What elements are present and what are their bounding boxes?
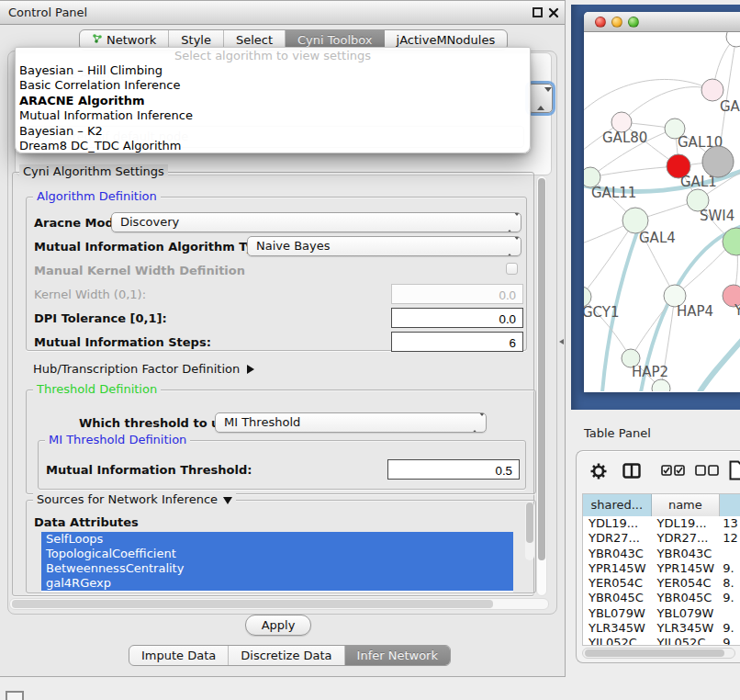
close-traffic-light-icon[interactable] <box>595 17 606 28</box>
unchecked-pair-icon[interactable] <box>695 465 719 479</box>
kernel-width-label: Kernel Width (0,1): <box>34 288 146 301</box>
table-cell: YBR045C <box>583 591 652 605</box>
column-header-name[interactable]: name <box>652 494 721 516</box>
dpi-tolerance-label: DPI Tolerance [0,1]: <box>34 311 167 325</box>
mi-threshold-definition-title: MI Threshold Definition <box>45 433 190 446</box>
network-node-bottom[interactable] <box>652 379 670 391</box>
settings-vertical-scrollbar[interactable] <box>536 175 547 596</box>
algorithm-combobox-fragment[interactable] <box>528 84 553 113</box>
table-row[interactable]: YDR27...YDR27...12 <box>583 531 740 546</box>
table-row[interactable]: YDL19...YDL19...13 <box>583 516 740 531</box>
close-icon[interactable] <box>548 7 559 18</box>
algorithm-option[interactable]: Mutual Information Inference <box>16 108 530 123</box>
column-header-shared-name[interactable]: shared... <box>583 494 652 516</box>
float-window-icon[interactable] <box>533 7 543 17</box>
tab-label: Cyni Toolbox <box>297 33 373 47</box>
table-cell: 13 <box>720 516 740 531</box>
mi-threshold-label: Mutual Information Threshold: <box>46 463 252 477</box>
table-cell: YDL19... <box>583 516 652 531</box>
columns-icon[interactable] <box>622 463 641 481</box>
table-cell: YBL079W <box>652 606 721 621</box>
table-cell: 9. <box>720 591 740 605</box>
dpi-tolerance-field[interactable] <box>391 308 523 328</box>
algorithm-option[interactable]: ARACNE Algorithm <box>16 94 530 108</box>
dropdown-placeholder: Select algorithm to view settings <box>16 49 530 63</box>
table-header-row: shared... name <box>583 494 740 516</box>
node-label: GAL11 <box>591 185 636 201</box>
hub-definition-expander[interactable]: Hub/Transcription Factor Definition <box>33 362 254 376</box>
network-node-gray-node[interactable] <box>702 146 734 177</box>
algorithm-definition-group: Algorithm Definition Aracne Mode: Discov… <box>26 197 527 351</box>
data-attribute-item-selected[interactable]: BetweennessCentrality <box>41 561 513 576</box>
tab-label: Network <box>107 33 156 47</box>
algorithm-option[interactable]: Bayesian – Hill Climbing <box>16 63 530 78</box>
tab-label: Select <box>236 33 273 47</box>
node-label: GAL4 <box>639 230 676 246</box>
network-node-edge-node[interactable] <box>726 32 740 47</box>
algorithm-option[interactable]: Basic Correlation Inference <box>16 78 530 93</box>
zoom-traffic-light-icon[interactable] <box>628 17 639 28</box>
control-panel-window: Control Panel Network Style Select Cyni … <box>0 0 566 677</box>
apply-button[interactable]: Apply <box>245 615 311 636</box>
data-attributes-label: Data Attributes <box>34 515 139 529</box>
settings-horizontal-scrollbar[interactable] <box>9 598 549 610</box>
algorithm-option[interactable]: Dream8 DC_TDC Algorithm <box>16 139 530 153</box>
table-cell: YLR345W <box>652 621 721 636</box>
threshold-definition-group: Threshold Definition Which threshold to … <box>26 390 536 494</box>
tab-discretize-data[interactable]: Discretize Data <box>229 646 344 665</box>
table-cell: YPR145W <box>583 561 652 576</box>
table-panel-title: Table Panel <box>584 426 651 440</box>
table-cell: 8. <box>720 576 740 591</box>
gear-icon[interactable] <box>589 462 608 483</box>
hub-definition-label: Hub/Transcription Factor Definition <box>33 362 240 376</box>
app-root: Control Panel Network Style Select Cyni … <box>0 0 740 700</box>
network-canvas[interactable]: GALGAL80GAL10GAL1GAL11SWI4GAL4GCY1HAP4YH… <box>584 32 740 391</box>
table-row[interactable]: YIL052CYIL052C9. <box>583 636 740 646</box>
node-label: GAL80 <box>602 130 647 146</box>
table-row[interactable]: YBR045CYBR045C9. <box>583 591 740 605</box>
split-pane-handle[interactable] <box>559 337 565 346</box>
document-icon[interactable] <box>729 460 740 483</box>
table-cell: YLR345W <box>583 621 652 636</box>
table-cell: 12 <box>720 531 740 546</box>
data-attribute-item-selected[interactable]: TopologicalCoefficient <box>41 547 513 561</box>
mi-type-label: Mutual Information Algorithm Type: <box>34 240 275 254</box>
dropdown-item-list: Bayesian – Hill ClimbingBasic Correlatio… <box>16 63 530 153</box>
table-horizontal-scrollbar[interactable] <box>582 648 735 659</box>
column-header-cut[interactable] <box>720 494 740 516</box>
node-table[interactable]: shared... name YDL19...YDL19...13YDR27..… <box>582 493 740 646</box>
checked-pair-icon[interactable] <box>661 465 685 479</box>
which-threshold-combobox[interactable]: MI Threshold <box>215 412 487 433</box>
mi-algorithm-type-combobox[interactable]: Naive Bayes <box>247 236 521 256</box>
data-attributes-list[interactable]: SelfLoopsTopologicalCoefficientBetweenne… <box>41 532 513 593</box>
minimize-traffic-light-icon[interactable] <box>611 17 622 28</box>
manual-kernel-checkbox[interactable] <box>506 263 518 275</box>
table-cell: 9. <box>720 621 740 636</box>
tab-infer-network[interactable]: Infer Network <box>345 646 450 665</box>
table-row[interactable]: YLR345WYLR345W9. <box>583 621 740 636</box>
attributes-scrollbar[interactable] <box>525 502 534 560</box>
node-label: HAP4 <box>677 303 713 320</box>
kernel-width-field[interactable] <box>391 284 523 304</box>
data-attribute-item-selected[interactable]: gal4RGexp <box>41 576 513 591</box>
network-edge <box>700 337 740 391</box>
expander-collapsed-icon <box>247 365 254 374</box>
combo-stepper-icon <box>471 416 479 429</box>
algorithm-option[interactable]: Bayesian – K2 <box>16 124 530 139</box>
table-row[interactable]: YBR043CYBR043C <box>583 547 740 561</box>
mi-threshold-field[interactable] <box>387 459 520 480</box>
tab-impute-data[interactable]: Impute Data <box>129 646 229 665</box>
table-row[interactable]: YPR145WYPR145W9. <box>583 561 740 576</box>
table-panel: shared... name YDL19...YDL19...13YDR27..… <box>576 450 740 663</box>
mi-steps-field[interactable] <box>391 332 523 352</box>
table-row[interactable]: YER054CYER054C8. <box>583 576 740 591</box>
aracne-mode-combobox[interactable]: Discovery <box>111 212 521 232</box>
table-cell: YBL079W <box>583 606 652 621</box>
expander-expanded-icon[interactable] <box>223 497 232 504</box>
tab-label: Impute Data <box>141 649 216 662</box>
data-attribute-item-selected[interactable]: SelfLoops <box>41 532 513 547</box>
table-cell: YBR045C <box>652 591 721 605</box>
combo-stepper-icon <box>506 216 514 229</box>
table-row[interactable]: YBL079WYBL079W <box>583 606 740 621</box>
combo-stepper-icon <box>537 92 545 105</box>
